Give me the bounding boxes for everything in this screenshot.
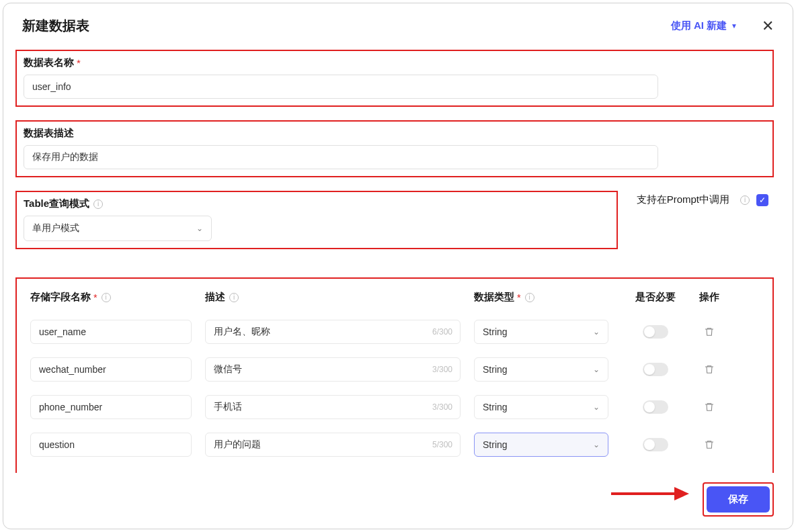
field-name-input[interactable] (30, 320, 192, 344)
col-header-name: 存储字段名称* i (30, 291, 205, 304)
table-name-input[interactable] (24, 75, 658, 99)
modal-content[interactable]: 数据表名称 * 数据表描述 Table查询模式 i 单用户模式 ⌄ (3, 44, 793, 473)
query-mode-section: Table查询模式 i 单用户模式 ⌄ (15, 191, 618, 249)
field-row: 3/300String⌄ (30, 395, 759, 419)
caret-down-icon: ▼ (731, 22, 738, 30)
info-icon[interactable]: i (525, 293, 534, 302)
field-row: 3/300String⌄ (30, 357, 759, 382)
chevron-down-icon: ⌄ (593, 440, 600, 449)
prompt-toggle-row: 支持在Prompt中调用 i ✓ (637, 191, 768, 206)
required-switch[interactable] (643, 400, 668, 414)
field-type-select[interactable]: String⌄ (474, 433, 608, 457)
col-header-type: 数据类型* i (474, 291, 622, 304)
modal-footer: 保存 (3, 473, 793, 529)
field-type-select[interactable]: String⌄ (474, 357, 608, 382)
field-row: 6/300String⌄ (30, 320, 759, 344)
query-mode-row: Table查询模式 i 单用户模式 ⌄ 支持在Prompt中调用 i ✓ (15, 191, 774, 263)
col-header-required: 是否必要 (622, 291, 689, 304)
query-mode-select[interactable]: 单用户模式 ⌄ (24, 216, 212, 241)
chevron-down-icon: ⌄ (196, 224, 203, 233)
table-desc-label: 数据表描述 (24, 127, 766, 140)
info-icon[interactable]: i (229, 293, 239, 302)
field-desc-input[interactable] (205, 357, 461, 382)
table-desc-input[interactable] (24, 145, 658, 169)
modal-title: 新建数据表 (22, 17, 671, 35)
ai-create-label: 使用 AI 新建 (671, 19, 727, 32)
chevron-down-icon: ⌄ (593, 365, 600, 374)
field-desc-input[interactable] (205, 433, 461, 457)
field-row: 5/300String⌄ (30, 433, 759, 457)
field-name-input[interactable] (30, 433, 192, 457)
prompt-toggle-label: 支持在Prompt中调用 (637, 193, 729, 206)
query-mode-value: 单用户模式 (32, 222, 79, 234)
col-header-desc: 描述 i (205, 291, 474, 304)
char-count: 3/300 (432, 402, 452, 412)
modal-header: 新建数据表 使用 AI 新建 ▼ ✕ (3, 3, 793, 44)
arrow-annotation-icon (610, 485, 690, 502)
fields-section: 存储字段名称* i 描述 i 数据类型* i 是否必要 操作 6/300Stri… (15, 277, 774, 473)
field-type-select[interactable]: String⌄ (474, 320, 608, 344)
char-count: 3/300 (432, 365, 452, 374)
required-switch[interactable] (643, 325, 668, 339)
info-icon[interactable]: i (93, 200, 103, 209)
prompt-checkbox[interactable]: ✓ (756, 194, 768, 206)
chevron-down-icon: ⌄ (593, 402, 600, 412)
info-icon[interactable]: i (102, 293, 111, 302)
delete-icon[interactable] (689, 439, 729, 450)
svg-marker-1 (674, 487, 689, 500)
char-count: 6/300 (432, 327, 452, 337)
save-button-highlight: 保存 (703, 482, 774, 517)
close-icon[interactable]: ✕ (762, 19, 774, 34)
required-switch[interactable] (643, 438, 668, 451)
required-switch[interactable] (643, 363, 668, 376)
field-type-select[interactable]: String⌄ (474, 395, 608, 419)
col-header-op: 操作 (689, 291, 729, 304)
field-desc-input[interactable] (205, 395, 461, 419)
required-star: * (77, 57, 81, 69)
char-count: 5/300 (432, 440, 452, 449)
table-desc-section: 数据表描述 (15, 120, 774, 177)
chevron-down-icon: ⌄ (593, 327, 600, 337)
field-name-input[interactable] (30, 395, 192, 419)
field-name-input[interactable] (30, 357, 192, 382)
fields-header-row: 存储字段名称* i 描述 i 数据类型* i 是否必要 操作 (30, 291, 759, 304)
create-table-modal: 新建数据表 使用 AI 新建 ▼ ✕ 数据表名称 * 数据表描述 (3, 3, 793, 529)
info-icon[interactable]: i (740, 195, 750, 205)
ai-create-link[interactable]: 使用 AI 新建 ▼ (671, 19, 738, 32)
save-button[interactable]: 保存 (707, 486, 770, 513)
delete-icon[interactable] (689, 364, 729, 375)
query-mode-label: Table查询模式 i (24, 197, 610, 210)
field-desc-input[interactable] (205, 320, 461, 344)
delete-icon[interactable] (689, 326, 729, 337)
delete-icon[interactable] (689, 402, 729, 412)
table-name-section: 数据表名称 * (15, 50, 774, 107)
table-name-label: 数据表名称 * (24, 56, 766, 69)
